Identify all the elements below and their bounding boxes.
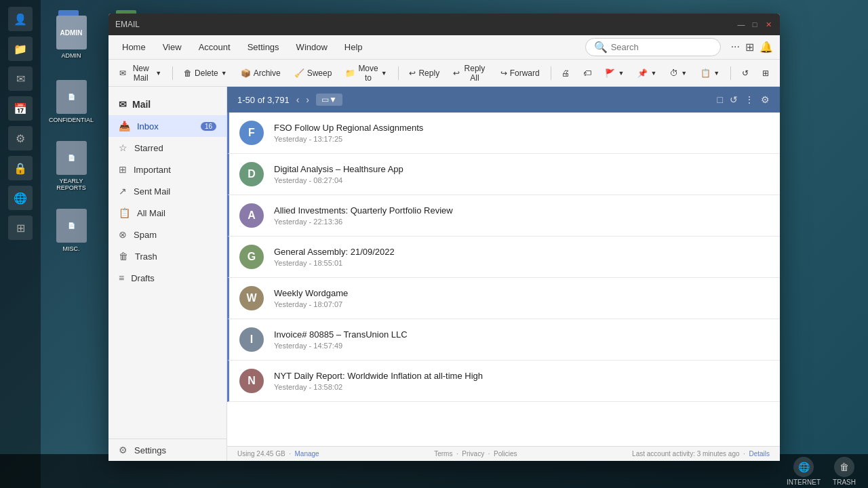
action-pin-icon[interactable]: 📌 — [723, 335, 733, 344]
email-item[interactable]: A Allied Investments: Quarterly Portfoli… — [227, 195, 780, 237]
action-more-icon[interactable]: ⋮ — [749, 252, 757, 262]
action-more-icon[interactable]: ⋮ — [749, 211, 757, 220]
forward-button[interactable]: ↪ Forward — [495, 66, 545, 81]
sidebar-item-spam[interactable]: ⊗ Spam — [108, 224, 226, 245]
action-reply-icon[interactable]: ↩ — [712, 211, 719, 220]
taskbar-user-icon[interactable]: 👤 — [8, 7, 33, 31]
refresh-button[interactable]: ↺ — [730, 94, 738, 105]
taskbar-internet[interactable]: 🌐 INTERNET — [787, 454, 821, 488]
action-delete-icon[interactable]: 🗑 — [737, 128, 745, 138]
view-btn[interactable]: 📋 ▼ — [695, 66, 725, 81]
email-item[interactable]: W Weekly Wordgame Yesterday - 18:07:07 ↩… — [227, 278, 780, 319]
action-delete-icon[interactable]: 🗑 — [737, 293, 745, 303]
desktop-icon-confidential[interactable]: 📄 CONFIDENTIAL — [44, 71, 98, 132]
undo-button[interactable]: ↺ — [736, 66, 754, 81]
desktop-icon-misc[interactable]: 📄 MISC. — [44, 200, 98, 261]
action-pin-icon[interactable]: 📌 — [723, 128, 733, 138]
bell-icon[interactable]: 🔔 — [760, 41, 773, 54]
desktop-icon-admin[interactable]: ADMIN ADMIN — [44, 7, 98, 68]
taskbar-folder-icon[interactable]: 📁 — [8, 37, 33, 61]
action-dropdown-icon[interactable]: ▼ — [762, 211, 770, 220]
action-delete-icon[interactable]: 🗑 — [737, 376, 745, 386]
taskbar-mail-icon[interactable]: ✉ — [8, 66, 33, 91]
action-reply-icon[interactable]: ↩ — [712, 376, 719, 386]
flag-button[interactable]: 🚩 ▼ — [599, 66, 629, 81]
action-reply-icon[interactable]: ↩ — [712, 169, 719, 179]
pin-button[interactable]: 📌 ▼ — [632, 66, 662, 81]
action-dropdown-icon[interactable]: ▼ — [762, 335, 770, 344]
manage-link[interactable]: Manage — [295, 450, 319, 458]
archive-button[interactable]: 📦 Archive — [235, 66, 286, 81]
sweep-button[interactable]: 🧹 Sweep — [289, 66, 338, 81]
expand-icon[interactable]: □ — [717, 94, 723, 105]
action-reply-icon[interactable]: ↩ — [712, 293, 719, 303]
sidebar-item-important[interactable]: ⊞ Important — [108, 159, 226, 180]
action-delete-icon[interactable]: 🗑 — [737, 211, 745, 220]
terms-link[interactable]: Terms — [434, 450, 452, 458]
action-pin-icon[interactable]: 📌 — [723, 252, 733, 262]
action-more-icon[interactable]: ⋮ — [749, 169, 757, 179]
close-button[interactable]: ✕ — [764, 20, 773, 29]
print-button[interactable]: 🖨 — [556, 66, 575, 81]
move-to-button[interactable]: 📁 Move to ▼ — [340, 61, 392, 85]
search-input[interactable] — [611, 42, 719, 52]
menu-account[interactable]: Account — [192, 39, 237, 55]
next-page-button[interactable]: › — [306, 94, 309, 105]
header-settings-button[interactable]: ⚙ — [761, 94, 770, 105]
sidebar-item-settings[interactable]: ⚙ Settings — [108, 439, 227, 461]
action-pin-icon[interactable]: 📌 — [723, 376, 733, 386]
action-pin-icon[interactable]: 📌 — [723, 169, 733, 179]
action-more-icon[interactable]: ⋮ — [749, 293, 757, 303]
grid-button[interactable]: ⊞ — [757, 66, 774, 81]
action-more-icon[interactable]: ⋮ — [749, 376, 757, 386]
details-link[interactable]: Details — [749, 450, 770, 458]
action-reply-icon[interactable]: ↩ — [712, 128, 719, 138]
email-item[interactable]: N NYT Daily Report: Worldwide Inflation … — [227, 361, 780, 402]
privacy-link[interactable]: Privacy — [462, 450, 484, 458]
action-more-icon[interactable]: ⋮ — [749, 335, 757, 344]
sidebar-item-starred[interactable]: ☆ Starred — [108, 137, 226, 159]
view-toggle-button[interactable]: ▭▼ — [316, 94, 342, 106]
action-more-icon[interactable]: ⋮ — [749, 128, 757, 138]
action-reply-icon[interactable]: ↩ — [712, 252, 719, 262]
delete-button[interactable]: 🗑 Delete ▼ — [178, 66, 233, 81]
action-delete-icon[interactable]: 🗑 — [737, 335, 745, 344]
sidebar-item-inbox[interactable]: 📥 Inbox 16 — [108, 115, 226, 137]
email-item[interactable]: G General Assembly: 21/09/2022 Yesterday… — [227, 237, 780, 278]
menu-settings[interactable]: Settings — [241, 39, 286, 55]
sidebar-item-trash[interactable]: 🗑 Trash — [108, 245, 226, 267]
desktop-icon-yearly[interactable]: 📄 YEARLY REPORTS — [44, 136, 98, 197]
action-dropdown-icon[interactable]: ▼ — [762, 252, 770, 262]
menu-window[interactable]: Window — [290, 39, 334, 55]
action-dropdown-icon[interactable]: ▼ — [762, 293, 770, 303]
snooze-button[interactable]: ⏱ ▼ — [665, 66, 692, 81]
header-more-button[interactable]: ⋮ — [745, 94, 754, 105]
reply-button[interactable]: ↩ Reply — [403, 66, 445, 81]
more-icon[interactable]: ··· — [731, 41, 740, 54]
taskbar-trash[interactable]: 🗑 TRASH — [827, 454, 861, 488]
action-pin-icon[interactable]: 📌 — [723, 211, 733, 220]
email-item[interactable]: F FSO Follow Up Regional Assignments Yes… — [227, 113, 780, 154]
action-dropdown-icon[interactable]: ▼ — [762, 169, 770, 179]
email-item[interactable]: D Digital Analysis – Healthsure App Yest… — [227, 154, 780, 195]
taskbar-settings-icon[interactable]: ⚙ — [8, 126, 33, 150]
sidebar-item-all-mail[interactable]: 📋 All Mail — [108, 202, 226, 224]
tag-button[interactable]: 🏷 — [578, 66, 597, 81]
reply-all-button[interactable]: ↩ Reply All — [448, 61, 492, 85]
taskbar-apps-icon[interactable]: ⊞ — [8, 216, 33, 240]
minimize-button[interactable]: — — [736, 20, 746, 29]
taskbar-security-icon[interactable]: 🔒 — [8, 156, 33, 180]
sidebar-item-drafts[interactable]: ≡ Drafts — [108, 267, 226, 289]
action-pin-icon[interactable]: 📌 — [723, 293, 733, 303]
new-mail-button[interactable]: ✉ New Mail ▼ — [114, 61, 167, 85]
menu-home[interactable]: Home — [115, 39, 153, 55]
menu-view[interactable]: View — [156, 39, 189, 55]
taskbar-calendar-icon[interactable]: 📅 — [8, 96, 33, 121]
maximize-button[interactable]: □ — [750, 20, 760, 29]
email-item[interactable]: I Invoice# 80885 – TransUnion LLC Yester… — [227, 319, 780, 361]
prev-page-button[interactable]: ‹ — [296, 94, 300, 105]
action-reply-icon[interactable]: ↩ — [712, 335, 719, 344]
policies-link[interactable]: Policies — [494, 450, 517, 458]
action-delete-icon[interactable]: 🗑 — [737, 169, 745, 179]
taskbar-network-icon[interactable]: 🌐 — [8, 186, 33, 210]
